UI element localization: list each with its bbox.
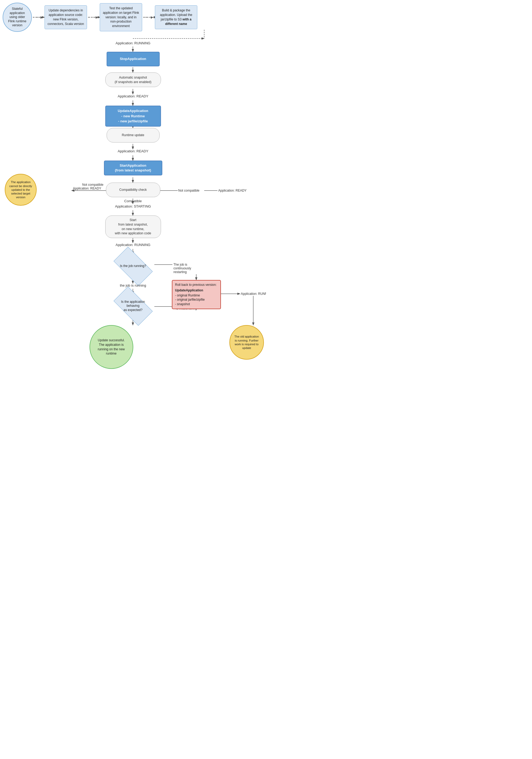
status-starting: Application: STARTING [115, 204, 151, 208]
prereq-box-2: Test the updated application on target F… [100, 3, 142, 31]
top-row: Stateful application using older Flink r… [3, 3, 263, 32]
old-app-ellipse: The old application is running. Further … [229, 325, 264, 360]
start-application-box: StartApplication(from latest snapshot) [104, 161, 162, 176]
start-process-box: Startfrom latest snapshot,on new runtime… [105, 216, 161, 238]
not-compatible-ellipse: The application cannot be directly updat… [5, 174, 37, 206]
compatibility-check-box: Compatibility check [106, 182, 160, 197]
svg-text:Not compatible: Not compatible [178, 189, 200, 192]
job-running-diamond: Is the job running? [112, 254, 154, 278]
status-running-top: Application: RUNNING [116, 41, 151, 45]
svg-text:restarting: restarting [173, 270, 187, 274]
stop-application-box: StopApplication [107, 52, 160, 66]
svg-text:The job is: The job is [173, 263, 187, 266]
dashed-arrow-1 [33, 17, 44, 18]
svg-text:Application: READY: Application: READY [73, 186, 101, 190]
svg-text:Application: RUNNING: Application: RUNNING [241, 292, 266, 296]
status-ready-2: Application: READY [118, 149, 148, 153]
automatic-snapshot-box: Automatic snapshot(if snapshots are enab… [105, 72, 161, 87]
start-ellipse: Stateful application using older Flink r… [3, 3, 32, 32]
prereq-box-1: Update dependencies in application sourc… [45, 5, 87, 29]
diagram-container: Not compatible Application: READY Applic… [0, 0, 266, 380]
svg-text:continuously: continuously [173, 266, 191, 270]
app-behaving-diamond: Is the applicationbehavingas expected? [112, 294, 154, 318]
dashed-arrow-2 [88, 17, 99, 18]
update-application-box: UpdateApplication- new Runtime- new jarf… [105, 106, 161, 127]
status-running-mid: Application: RUNNING [116, 243, 151, 247]
status-ready-1: Application: READY [118, 94, 148, 98]
compatible-label: Compatible [124, 199, 142, 203]
success-ellipse: Update successful.The application isrunn… [89, 325, 133, 369]
prereq-box-3: Build & package the application. Upload … [155, 5, 197, 29]
rollback-box: Roll back to previous version: UpdateApp… [172, 280, 221, 309]
svg-text:Not compatible: Not compatible [82, 183, 103, 186]
dashed-arrow-3 [143, 17, 154, 18]
runtime-update-box: Runtime update [107, 128, 160, 142]
job-running-label: the job is running [120, 283, 146, 287]
svg-text:Application: READY: Application: READY [218, 189, 247, 192]
